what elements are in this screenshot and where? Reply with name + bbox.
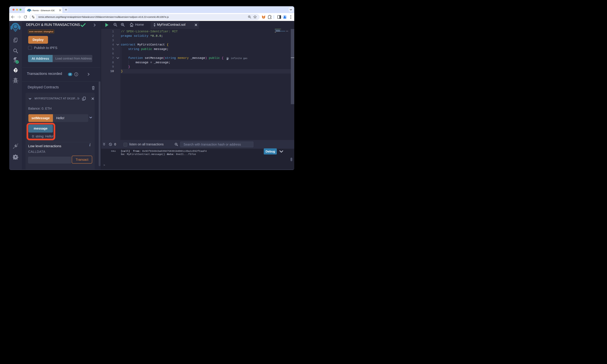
svg-text:Remix - Ethereum IDE: Remix - Ethereum IDE xyxy=(32,9,55,12)
